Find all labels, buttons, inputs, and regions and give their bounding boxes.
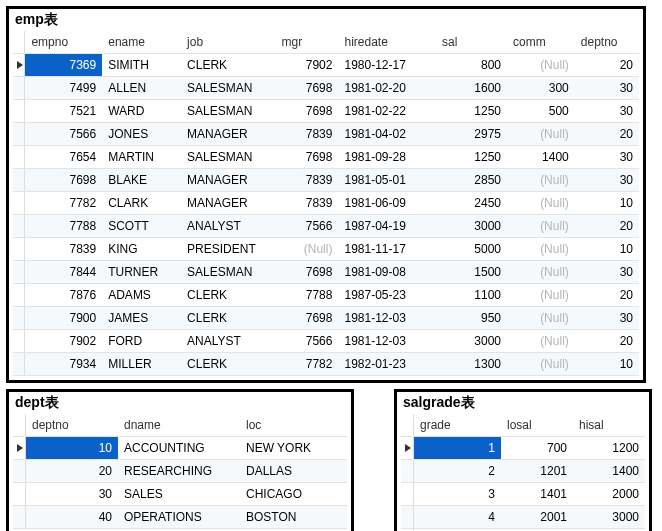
cell-sal[interactable]: 1300 (436, 353, 507, 376)
cell-mgr[interactable]: 7839 (276, 192, 339, 215)
cell-mgr[interactable]: 7839 (276, 123, 339, 146)
cell-job[interactable]: SALESMAN (181, 100, 275, 123)
cell-sal[interactable]: 950 (436, 307, 507, 330)
cell-hisal[interactable]: 3000 (573, 506, 645, 529)
col-header-comm[interactable]: comm (507, 31, 575, 54)
cell-deptno[interactable]: 20 (575, 330, 639, 353)
table-row[interactable]: 10ACCOUNTINGNEW YORK (13, 437, 347, 460)
col-header-deptno[interactable]: deptno (575, 31, 639, 54)
col-header-grade[interactable]: grade (414, 414, 502, 437)
cell-hisal[interactable]: 1400 (573, 460, 645, 483)
cell-deptno[interactable]: 10 (575, 192, 639, 215)
cell-comm[interactable]: (Null) (507, 192, 575, 215)
cell-deptno[interactable]: 20 (575, 54, 639, 77)
cell-deptno[interactable]: 30 (575, 261, 639, 284)
table-row[interactable]: 7654MARTINSALESMAN76981981-09-2812501400… (13, 146, 639, 169)
cell-hiredate[interactable]: 1981-09-08 (338, 261, 436, 284)
table-row[interactable]: 17001200 (401, 437, 645, 460)
cell-hiredate[interactable]: 1981-11-17 (338, 238, 436, 261)
cell-empno[interactable]: 7654 (25, 146, 102, 169)
cell-ename[interactable]: TURNER (102, 261, 181, 284)
cell-comm[interactable]: (Null) (507, 307, 575, 330)
cell-hiredate[interactable]: 1987-05-23 (338, 284, 436, 307)
cell-empno[interactable]: 7782 (25, 192, 102, 215)
cell-job[interactable]: MANAGER (181, 169, 275, 192)
col-header-hiredate[interactable]: hiredate (338, 31, 436, 54)
cell-job[interactable]: MANAGER (181, 192, 275, 215)
cell-deptno[interactable]: 30 (575, 77, 639, 100)
table-row[interactable]: 212011400 (401, 460, 645, 483)
cell-mgr[interactable]: 7566 (276, 330, 339, 353)
table-row[interactable]: 7698BLAKEMANAGER78391981-05-012850(Null)… (13, 169, 639, 192)
cell-comm[interactable]: 300 (507, 77, 575, 100)
cell-comm[interactable]: (Null) (507, 353, 575, 376)
cell-ename[interactable]: ADAMS (102, 284, 181, 307)
cell-mgr[interactable]: 7788 (276, 284, 339, 307)
table-row[interactable]: 7369SIMITHCLERK79021980-12-17800(Null)20 (13, 54, 639, 77)
cell-deptno[interactable]: 10 (575, 238, 639, 261)
cell-loc[interactable]: DALLAS (240, 460, 347, 483)
table-row[interactable]: 7499ALLENSALESMAN76981981-02-20160030030 (13, 77, 639, 100)
cell-hiredate[interactable]: 1981-12-03 (338, 307, 436, 330)
cell-ename[interactable]: FORD (102, 330, 181, 353)
cell-mgr[interactable]: 7698 (276, 100, 339, 123)
table-row[interactable]: 30SALESCHICAGO (13, 483, 347, 506)
cell-deptno[interactable]: 20 (575, 123, 639, 146)
cell-ename[interactable]: SCOTT (102, 215, 181, 238)
salgrade-table[interactable]: gradelosalhisal 170012002120114003140120… (401, 414, 645, 531)
cell-comm[interactable]: (Null) (507, 54, 575, 77)
cell-ename[interactable]: ALLEN (102, 77, 181, 100)
cell-job[interactable]: ANALYST (181, 215, 275, 238)
cell-job[interactable]: ANALYST (181, 330, 275, 353)
cell-losal[interactable]: 1201 (501, 460, 573, 483)
cell-mgr[interactable]: 7839 (276, 169, 339, 192)
cell-ename[interactable]: WARD (102, 100, 181, 123)
cell-job[interactable]: CLERK (181, 54, 275, 77)
cell-empno[interactable]: 7844 (25, 261, 102, 284)
cell-comm[interactable]: (Null) (507, 284, 575, 307)
cell-mgr[interactable]: 7566 (276, 215, 339, 238)
cell-ename[interactable]: JONES (102, 123, 181, 146)
table-row[interactable]: 7876ADAMSCLERK77881987-05-231100(Null)20 (13, 284, 639, 307)
cell-sal[interactable]: 1250 (436, 100, 507, 123)
cell-sal[interactable]: 2975 (436, 123, 507, 146)
cell-mgr[interactable]: 7782 (276, 353, 339, 376)
cell-sal[interactable]: 3000 (436, 215, 507, 238)
cell-sal[interactable]: 2850 (436, 169, 507, 192)
cell-empno[interactable]: 7902 (25, 330, 102, 353)
cell-empno[interactable]: 7788 (25, 215, 102, 238)
cell-mgr[interactable]: (Null) (276, 238, 339, 261)
cell-job[interactable]: SALESMAN (181, 77, 275, 100)
cell-hiredate[interactable]: 1980-12-17 (338, 54, 436, 77)
cell-mgr[interactable]: 7698 (276, 77, 339, 100)
col-header-job[interactable]: job (181, 31, 275, 54)
cell-comm[interactable]: (Null) (507, 123, 575, 146)
table-row[interactable]: 7844TURNERSALESMAN76981981-09-081500(Nul… (13, 261, 639, 284)
cell-deptno[interactable]: 20 (575, 215, 639, 238)
cell-losal[interactable]: 700 (501, 437, 573, 460)
cell-ename[interactable]: JAMES (102, 307, 181, 330)
cell-hiredate[interactable]: 1981-05-01 (338, 169, 436, 192)
cell-deptno[interactable]: 10 (26, 437, 119, 460)
cell-hiredate[interactable]: 1981-09-28 (338, 146, 436, 169)
cell-hiredate[interactable]: 1981-06-09 (338, 192, 436, 215)
table-row[interactable]: 314012000 (401, 483, 645, 506)
col-header-mgr[interactable]: mgr (276, 31, 339, 54)
cell-sal[interactable]: 800 (436, 54, 507, 77)
cell-job[interactable]: CLERK (181, 353, 275, 376)
cell-empno[interactable]: 7698 (25, 169, 102, 192)
cell-ename[interactable]: MILLER (102, 353, 181, 376)
cell-empno[interactable]: 7369 (25, 54, 102, 77)
cell-sal[interactable]: 1600 (436, 77, 507, 100)
cell-comm[interactable]: (Null) (507, 169, 575, 192)
cell-job[interactable]: SALESMAN (181, 146, 275, 169)
table-row[interactable]: 7934MILLERCLERK77821982-01-231300(Null)1… (13, 353, 639, 376)
col-header-ename[interactable]: ename (102, 31, 181, 54)
cell-deptno[interactable]: 30 (575, 169, 639, 192)
cell-deptno[interactable]: 20 (575, 284, 639, 307)
cell-hiredate[interactable]: 1981-02-20 (338, 77, 436, 100)
cell-deptno[interactable]: 10 (575, 353, 639, 376)
cell-empno[interactable]: 7566 (25, 123, 102, 146)
table-row[interactable]: 7900JAMESCLERK76981981-12-03950(Null)30 (13, 307, 639, 330)
cell-hiredate[interactable]: 1981-12-03 (338, 330, 436, 353)
